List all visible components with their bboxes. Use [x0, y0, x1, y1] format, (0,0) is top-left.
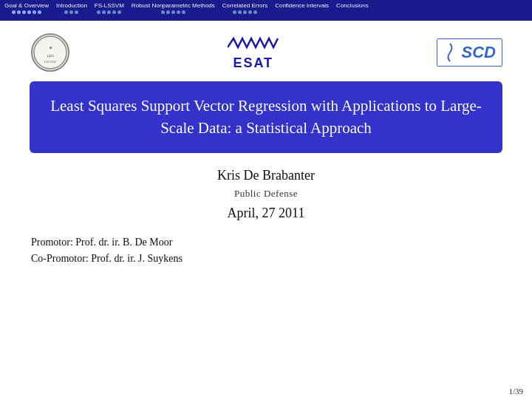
date-label: April, 27 2011: [30, 206, 502, 221]
logos-row: ⚜ 1425 LEUVEN ESAT SCD: [30, 32, 502, 72]
nav-dot: [69, 10, 73, 14]
esat-logo: ESAT: [228, 34, 279, 71]
nav-item-robust[interactable]: Robust Nonparametric Methods: [132, 2, 215, 14]
promotor-line: Promotor: Prof. dr. ir. B. De Moor: [31, 234, 502, 251]
nav-dot: [38, 10, 41, 14]
scd-logo: SCD: [437, 38, 502, 67]
nav-item-goal[interactable]: Goal & Overview: [4, 2, 49, 14]
svg-text:⚜: ⚜: [48, 46, 52, 50]
nav-item-confidence[interactable]: Confidence Intervals: [275, 2, 329, 9]
esat-wave-icon: [228, 34, 279, 55]
event-label: Public Defense: [30, 188, 502, 200]
nav-item-fslssvm[interactable]: FS-LSSVM: [95, 2, 124, 14]
promotor-section: Promotor: Prof. dr. ir. B. De Moor Co-Pr…: [30, 234, 502, 268]
nav-dot: [253, 10, 257, 14]
author-section: Kris De Brabanter Public Defense April, …: [30, 168, 502, 221]
nav-dot: [238, 10, 242, 14]
kuleuven-circle: ⚜ 1425 LEUVEN: [31, 33, 69, 72]
nav-dot: [248, 10, 252, 14]
nav-dot: [33, 10, 36, 14]
nav-dot: [161, 10, 165, 14]
nav-dot: [12, 10, 16, 14]
svg-point-0: [34, 36, 66, 69]
svg-text:LEUVEN: LEUVEN: [44, 60, 56, 64]
svg-text:1425: 1425: [47, 54, 55, 58]
nav-dot: [171, 10, 175, 14]
nav-dot: [102, 10, 106, 14]
nav-dot: [75, 10, 78, 14]
title-box: Least Squares Support Vector Regression …: [30, 81, 502, 153]
nav-item-correlated[interactable]: Correlated Errors: [222, 2, 267, 14]
nav-item-introduction[interactable]: Introduction: [56, 2, 87, 14]
copromotor-line: Co-Promotor: Prof. dr. ir. J. Suykens: [31, 251, 502, 267]
nav-dot: [182, 10, 185, 14]
presentation-title: Least Squares Support Vector Regression …: [47, 95, 485, 140]
nav-item-conclusions[interactable]: Conclusions: [336, 2, 369, 9]
nav-dot: [97, 10, 100, 14]
kuleuven-logo: ⚜ 1425 LEUVEN: [30, 32, 70, 72]
nav-dot: [27, 10, 31, 14]
nav-dot: [243, 10, 247, 14]
nav-dot: [64, 10, 68, 14]
nav-dot: [22, 10, 26, 14]
navigation-bar: Goal & Overview Introduction FS-LSSVM Ro…: [0, 0, 532, 21]
main-content: ⚜ 1425 LEUVEN ESAT SCD: [0, 21, 532, 275]
nav-dot: [17, 10, 21, 14]
nav-dot: [177, 10, 180, 14]
author-name: Kris De Brabanter: [30, 168, 502, 183]
nav-dot: [233, 10, 236, 14]
nav-dot: [166, 10, 170, 14]
nav-dot: [107, 10, 111, 14]
nav-dot: [117, 10, 121, 14]
page-number: 1/39: [508, 387, 523, 396]
nav-dot: [112, 10, 116, 14]
